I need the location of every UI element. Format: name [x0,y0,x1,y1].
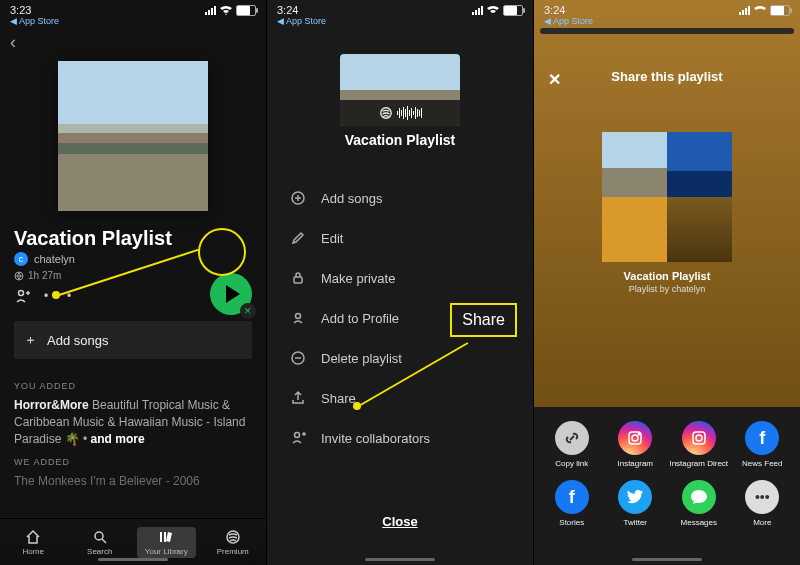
playlist-title: Vacation Playlist [0,221,266,252]
share-twitter[interactable]: Twitter [605,480,665,527]
globe-icon [14,271,24,281]
share-header: ✕ Share this playlist [534,34,800,92]
profile-icon [289,310,307,326]
share-icon [289,390,307,406]
facebook-icon: f [745,421,779,455]
instagram-direct-icon [682,421,716,455]
wifi-icon [754,6,766,15]
annotation-dot [52,291,60,299]
add-songs-row[interactable]: ＋ Add songs [14,321,252,359]
share-copy-link[interactable]: Copy link [542,421,602,468]
avatar: c [14,252,28,266]
signal-icon [739,6,750,15]
shuffle-icon: ✕ [240,303,256,319]
we-added-track[interactable]: The Monkees I'm a Believer - 2006 [0,471,266,492]
screen-share-sheet: 3:24 ◀ App Store ✕ Share this playlist V… [533,0,800,565]
tab-premium[interactable]: Premium [200,519,267,565]
section-we-added: WE ADDED [0,449,266,471]
owner-name: chatelyn [34,253,75,265]
playlist-cover-small [340,54,460,126]
menu-make-private[interactable]: Make private [267,258,533,298]
twitter-icon [618,480,652,514]
plus-circle-icon [289,190,307,206]
svg-point-2 [95,532,103,540]
annotation-dot [353,402,361,410]
svg-rect-15 [693,432,705,444]
menu-add-songs[interactable]: Add songs [267,178,533,218]
playlist-title: Vacation Playlist [267,132,533,148]
wifi-icon [220,6,232,15]
menu-invite-collaborators[interactable]: Invite collaborators [267,418,533,458]
tab-home[interactable]: Home [0,519,67,565]
menu-share[interactable]: Share [267,378,533,418]
svg-point-1 [19,291,24,296]
play-button[interactable]: ✕ [210,273,252,315]
status-bar: 3:24 [267,0,533,16]
spotify-code [340,100,460,126]
add-user-icon [289,430,307,446]
close-button[interactable]: Close [267,514,533,529]
signal-icon [205,6,216,15]
facebook-stories-icon: f [555,480,589,514]
share-facebook-feed[interactable]: fNews Feed [732,421,792,468]
close-icon[interactable]: ✕ [548,70,561,89]
screen-playlist-menu: 3:24 ◀ App Store Vacation Playlist Add s… [266,0,533,565]
status-bar: 3:24 [534,0,800,16]
svg-point-14 [638,433,640,435]
status-time: 3:24 [544,4,565,16]
back-to-appstore[interactable]: ◀ App Store [534,16,800,26]
plus-icon: ＋ [24,331,37,349]
svg-point-9 [296,314,301,319]
link-icon [555,421,589,455]
home-indicator [632,558,702,561]
signal-icon [472,6,483,15]
pencil-icon [289,230,307,246]
add-user-icon[interactable] [14,289,30,303]
svg-rect-3 [160,532,162,542]
share-options-sheet: Copy link Instagram Instagram Direct fNe… [534,407,800,565]
menu-delete-playlist[interactable]: Delete playlist [267,338,533,378]
more-icon: ••• [745,480,779,514]
svg-point-16 [696,435,702,441]
home-indicator [365,558,435,561]
back-to-appstore[interactable]: ◀ App Store [267,16,533,26]
svg-point-13 [632,435,638,441]
svg-point-11 [295,433,300,438]
playlist-art-grid [602,132,732,262]
home-indicator [98,558,168,561]
instagram-icon [618,421,652,455]
share-playlist-name: Vacation Playlist [534,270,800,282]
wifi-icon [487,6,499,15]
battery-icon [503,5,523,16]
playlist-cover[interactable] [58,61,208,211]
back-to-appstore[interactable]: ◀ App Store [0,16,266,26]
battery-icon [236,5,256,16]
share-instagram[interactable]: Instagram [605,421,665,468]
status-time: 3:24 [277,4,298,16]
screen-playlist-view: 3:23 ◀ App Store ‹ Vacation Playlist c c… [0,0,266,565]
messages-icon [682,480,716,514]
svg-rect-4 [164,532,166,542]
status-time: 3:23 [10,4,31,16]
playlist-owner[interactable]: c chatelyn [0,252,266,266]
lock-icon [289,270,307,286]
menu-edit[interactable]: Edit [267,218,533,258]
share-instagram-direct[interactable]: Instagram Direct [669,421,729,468]
section-you-added: YOU ADDED [0,373,266,395]
battery-icon [770,5,790,16]
status-bar: 3:23 [0,0,266,16]
share-stories[interactable]: fStories [542,480,602,527]
share-messages[interactable]: Messages [669,480,729,527]
minus-circle-icon [289,350,307,366]
svg-rect-8 [294,277,302,283]
you-added-tracks[interactable]: Horror&More Beautiful Tropical Music & C… [0,395,266,449]
share-more[interactable]: •••More [732,480,792,527]
back-chevron-icon[interactable]: ‹ [10,32,16,53]
action-menu: Add songs Edit Make private Add to Profi… [267,178,533,458]
menu-add-to-profile[interactable]: Add to Profile [267,298,533,338]
share-playlist-by: Playlist by chatelyn [534,284,800,294]
